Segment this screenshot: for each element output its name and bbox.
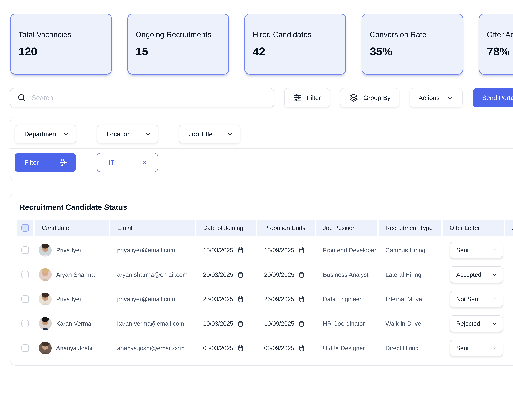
offer-letter-cell: Not Sent [443, 287, 504, 311]
recruitment-type-cell: Lateral Hiring [379, 262, 441, 287]
department-dropdown[interactable]: Department [15, 125, 76, 143]
chevron-down-icon [491, 345, 498, 351]
table-row: Priya Iyer priya.iyer@email.com 25/03/20… [17, 287, 513, 311]
applied-filter-row: Filter IT [10, 153, 513, 172]
offer-letter-cell: Sent [443, 238, 504, 262]
offer-letter-dropdown[interactable]: Accepted [450, 266, 503, 283]
probation-ends-cell: 10/09/2025 [257, 311, 314, 336]
avatar [39, 342, 52, 354]
actions-cell [505, 311, 513, 336]
recruitment-table-card: Recruitment Candidate Status Select all … [10, 193, 513, 366]
x-icon[interactable] [141, 159, 148, 165]
probation-ends-value: 20/09/2025 [264, 271, 294, 278]
department-dropdown-label: Department [24, 130, 58, 138]
job-position-cell: Business Analyst [316, 262, 377, 287]
calendar-icon[interactable] [298, 320, 305, 327]
calendar-icon[interactable] [237, 247, 244, 254]
stat-value: 42 [253, 45, 345, 58]
probation-ends-cell: 15/09/2025 [257, 238, 314, 262]
offer-letter-dropdown[interactable]: Sent [450, 340, 503, 356]
job-title-dropdown[interactable]: Job Title [179, 125, 240, 143]
row-checkbox[interactable] [22, 344, 29, 352]
row-checkbox[interactable] [22, 246, 29, 254]
location-dropdown[interactable]: Location [97, 125, 158, 143]
stat-label: Offer Acceptance Rate [487, 30, 513, 39]
avatar [39, 244, 52, 256]
group-by-button[interactable]: Group By [340, 88, 399, 107]
job-position-cell: Data Engineer [316, 287, 377, 311]
date-of-joining-value: 20/03/2025 [203, 271, 233, 278]
column-header-action: Action [505, 220, 513, 236]
calendar-icon[interactable] [298, 295, 305, 303]
calendar-icon[interactable] [237, 295, 244, 303]
row-checkbox[interactable] [22, 295, 29, 303]
send-portal-button[interactable]: Send Portal [473, 88, 513, 107]
job-title-dropdown-label: Job Title [189, 130, 213, 138]
offer-letter-dropdown[interactable]: Rejected [450, 315, 503, 332]
edit-icon[interactable] [512, 246, 513, 254]
email-cell: karan.verma@email.com [110, 311, 195, 336]
actions-dropdown[interactable]: Actions [410, 88, 462, 107]
candidate-cell: Priya Iyer [35, 287, 109, 311]
filter-chip-it: IT [97, 153, 158, 172]
recruitment-type-cell: Campus Hiring [379, 238, 441, 262]
date-of-joining-value: 25/03/2025 [203, 296, 233, 302]
offer-letter-value: Sent [456, 345, 469, 352]
calendar-icon[interactable] [298, 345, 305, 352]
calendar-icon[interactable] [298, 271, 305, 278]
email-cell: aryan.sharma@email.com [110, 262, 195, 287]
apply-filter-button[interactable]: Filter [15, 153, 76, 172]
offer-letter-dropdown[interactable]: Not Sent [450, 291, 503, 308]
calendar-icon[interactable] [237, 320, 244, 327]
offer-letter-cell: Accepted [443, 262, 504, 287]
filter-button[interactable]: Filter [284, 88, 330, 107]
edit-icon[interactable] [512, 319, 513, 328]
stat-card: Hired Candidates 42 [244, 14, 346, 75]
chevron-down-icon [63, 131, 69, 137]
select-all-checkbox[interactable] [22, 224, 29, 232]
stat-card: Conversion Rate 35% [361, 14, 463, 75]
chevron-down-icon [145, 131, 151, 137]
calendar-icon[interactable] [298, 247, 305, 254]
chevron-down-icon [491, 321, 498, 327]
row-checkbox[interactable] [22, 271, 29, 278]
table-title: Recruitment Candidate Status [20, 203, 127, 211]
row-checkbox-cell [17, 238, 34, 262]
column-header-probation-ends: Probation Ends [257, 220, 314, 236]
search-input[interactable] [32, 94, 268, 102]
actions-cell [505, 336, 513, 360]
candidate-name: Ananya Joshi [56, 345, 92, 352]
avatar [39, 293, 52, 306]
edit-icon[interactable] [512, 270, 513, 279]
offer-letter-dropdown[interactable]: Sent [450, 242, 503, 258]
column-header-recruitment-type: Recruitment Type [379, 220, 441, 236]
search-icon [17, 93, 26, 102]
filter-button-label: Filter [307, 94, 321, 101]
calendar-icon[interactable] [237, 345, 244, 352]
candidate-cell: Aryan Sharma [35, 262, 109, 287]
probation-ends-cell: 20/09/2025 [257, 262, 314, 287]
row-checkbox[interactable] [22, 320, 29, 327]
table-row: Aryan Sharma aryan.sharma@email.com 20/0… [17, 262, 513, 287]
edit-icon[interactable] [512, 295, 513, 303]
header-checkbox-cell [17, 220, 34, 236]
sliders-icon [293, 93, 302, 102]
row-checkbox-cell [17, 262, 34, 287]
probation-ends-value: 25/09/2025 [264, 296, 294, 302]
column-header-date-of-joining: Date of Joining [196, 220, 256, 236]
table-row: Ananya Joshi ananya.joshi@email.com 05/0… [17, 336, 513, 360]
email-cell: priya.iyer@email.com [110, 287, 195, 311]
probation-ends-value: 15/09/2025 [264, 247, 294, 254]
table-row: Karan Verma karan.verma@email.com 10/03/… [17, 311, 513, 336]
calendar-icon[interactable] [237, 271, 244, 278]
probation-ends-cell: 25/09/2025 [257, 287, 314, 311]
date-of-joining-cell: 25/03/2025 [196, 287, 256, 311]
offer-letter-cell: Rejected [443, 311, 504, 336]
date-of-joining-cell: 20/03/2025 [196, 262, 256, 287]
offer-letter-value: Sent [456, 247, 469, 254]
send-portal-label: Send Portal [482, 94, 513, 101]
date-of-joining-cell: 15/03/2025 [196, 238, 256, 262]
stat-card: Ongoing Recruitments 15 [127, 14, 229, 75]
edit-icon[interactable] [512, 344, 513, 352]
date-of-joining-value: 15/03/2025 [203, 247, 233, 254]
